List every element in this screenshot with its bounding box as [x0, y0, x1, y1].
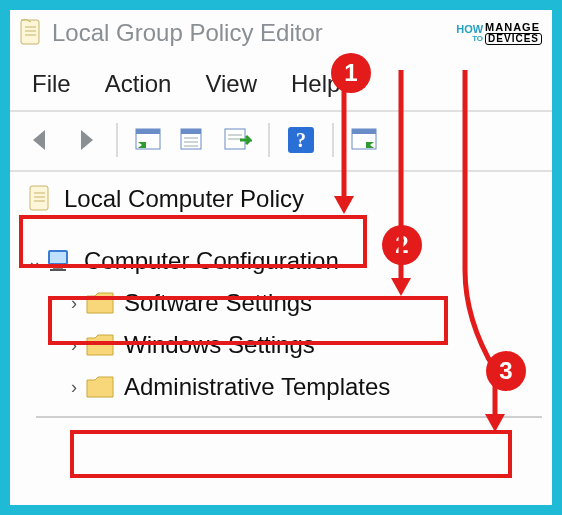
svg-rect-25 — [50, 252, 66, 263]
tree-node-computer-configuration[interactable]: ⌄ Computer Configuration — [18, 240, 552, 282]
expander-icon[interactable]: › — [64, 377, 84, 398]
tree-root-local-computer-policy[interactable]: Local Computer Policy — [18, 178, 552, 220]
tree-node-label: Computer Configuration — [84, 247, 339, 275]
expander-icon[interactable]: › — [64, 335, 84, 356]
svg-rect-5 — [136, 129, 160, 134]
nav-tree: Local Computer Policy ⌄ Computer Configu… — [10, 172, 552, 418]
tree-node-label: Software Settings — [124, 289, 312, 317]
expander-icon[interactable]: › — [64, 293, 84, 314]
svg-text:?: ? — [296, 129, 306, 151]
svg-rect-18 — [352, 129, 376, 134]
folder-icon — [84, 330, 116, 360]
policy-icon — [24, 184, 56, 214]
tree-toggle-button[interactable] — [130, 121, 168, 159]
help-button[interactable]: ? — [282, 121, 320, 159]
menu-bar: File Action View Help — [10, 54, 552, 108]
folder-icon — [84, 288, 116, 318]
toolbar: ? — [10, 112, 552, 168]
titlebar: Local Group Policy Editor HOW TO MANAGE … — [10, 10, 552, 54]
back-button[interactable] — [22, 121, 60, 159]
computer-icon — [44, 246, 76, 276]
tree-node-label: Administrative Templates — [124, 373, 390, 401]
properties-button[interactable] — [218, 121, 256, 159]
tree-node-windows-settings[interactable]: › Windows Settings — [18, 324, 552, 366]
menu-action[interactable]: Action — [105, 70, 172, 98]
menu-view[interactable]: View — [205, 70, 257, 98]
action-pane-button[interactable] — [346, 121, 384, 159]
expander-icon[interactable]: ⌄ — [24, 250, 44, 272]
svg-rect-0 — [21, 20, 39, 44]
tree-node-label: Windows Settings — [124, 331, 315, 359]
tree-root-label: Local Computer Policy — [64, 185, 304, 213]
menu-help[interactable]: Help — [291, 70, 340, 98]
tree-node-administrative-templates[interactable]: › Administrative Templates — [18, 366, 552, 408]
menu-file[interactable]: File — [32, 70, 71, 98]
forward-button[interactable] — [66, 121, 104, 159]
svg-rect-20 — [30, 186, 48, 210]
window-title: Local Group Policy Editor — [52, 19, 323, 47]
app-icon — [18, 18, 44, 48]
svg-rect-8 — [181, 129, 201, 134]
branding-logo: HOW TO MANAGE DEVICES — [456, 22, 542, 45]
export-button[interactable] — [174, 121, 212, 159]
folder-icon — [84, 372, 116, 402]
annotation-box-3 — [70, 430, 512, 478]
tree-node-software-settings[interactable]: › Software Settings — [18, 282, 552, 324]
svg-rect-26 — [53, 266, 63, 269]
svg-rect-27 — [50, 269, 66, 271]
